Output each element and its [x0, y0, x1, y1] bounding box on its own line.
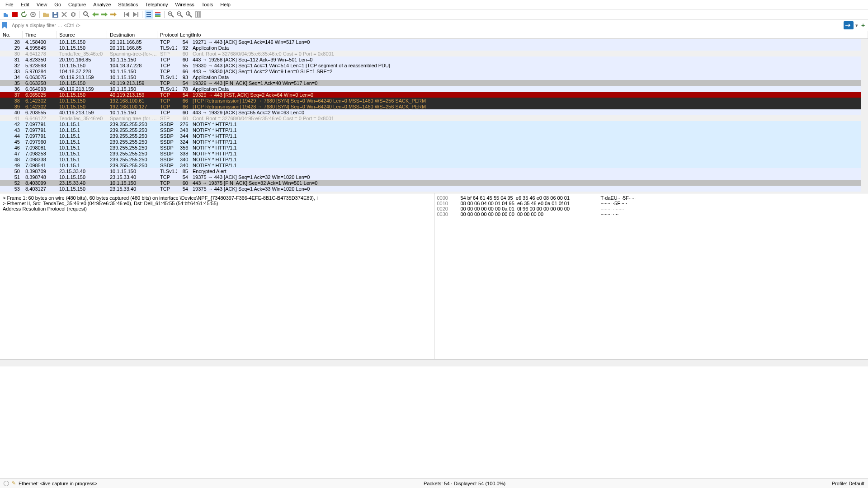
table-row[interactable]: 386.14230210.1.15.150192.168.100.61TCP66… [0, 98, 868, 103]
table-row[interactable]: 366.06499340.119.213.15910.1.15.150TLSv1… [0, 86, 868, 92]
svg-marker-10 [125, 12, 129, 17]
stop-capture-icon[interactable] [11, 10, 19, 19]
table-row[interactable]: 284.15840010.1.15.15020.191.166.85TCP541… [0, 39, 868, 45]
restart-capture-icon[interactable] [20, 10, 28, 19]
filter-bookmark-icon[interactable] [2, 22, 8, 28]
status-profile[interactable]: Profile: Default [832, 481, 864, 486]
packet-list-pane: No. Time Source Destination Protocol Len… [0, 31, 868, 193]
hex-line[interactable]: 001008 00 06 04 00 01 04 95 e6 35 46 e0 … [437, 201, 866, 206]
svg-rect-9 [124, 12, 125, 17]
packet-details-pane[interactable]: > Frame 1: 60 bytes on wire (480 bits), … [0, 193, 434, 359]
table-row[interactable]: 396.14230210.1.15.150192.168.100.127TCP6… [0, 103, 868, 109]
svg-line-28 [189, 15, 192, 17]
table-row[interactable]: 518.39874810.1.15.15023.15.33.40TCP54193… [0, 174, 868, 180]
horizontal-scrollbar[interactable] [0, 359, 868, 366]
table-row[interactable]: 548.651109TendaTec_35:46:e0Spanning-tree… [0, 192, 868, 193]
svg-marker-12 [133, 12, 137, 17]
detail-line[interactable]: > Frame 1: 60 bytes on wire (480 bits), … [3, 195, 431, 201]
packet-bytes-pane[interactable]: 000054 bf 64 61 45 55 04 95 e6 35 46 e0 … [434, 193, 868, 359]
filter-dropdown-arrow[interactable]: ▾ [855, 23, 858, 28]
table-row[interactable]: 335.970284104.18.37.22810.1.15.150TCP664… [0, 68, 868, 74]
find-packet-icon[interactable] [82, 10, 90, 19]
go-last-icon[interactable] [132, 10, 140, 19]
hex-line[interactable]: 002000 00 00 00 00 00 0a 01 0f 96 00 00 … [437, 206, 866, 211]
auto-scroll-icon[interactable] [145, 10, 153, 19]
menu-go[interactable]: Go [51, 1, 65, 8]
table-row[interactable]: 356.06325810.1.15.15040.119.213.159TCP54… [0, 80, 868, 86]
menu-analyze[interactable]: Analyze [90, 1, 114, 8]
zoom-in-icon[interactable] [167, 10, 175, 19]
add-filter-button-icon[interactable]: + [860, 22, 866, 28]
zoom-reset-icon[interactable]: 1 [185, 10, 193, 19]
table-row[interactable]: 467.09808110.1.15.1239.255.255.250SSDP35… [0, 145, 868, 150]
packet-list-scrollbar[interactable] [861, 39, 868, 193]
packet-list-body[interactable]: 284.15840010.1.15.15020.191.166.85TCP541… [0, 39, 868, 193]
resize-columns-icon[interactable] [194, 10, 202, 19]
capture-options-icon[interactable] [29, 10, 37, 19]
table-row[interactable]: 437.09779110.1.15.1239.255.255.250SSDP34… [0, 127, 868, 133]
save-file-icon[interactable] [51, 10, 59, 19]
expert-info-icon[interactable] [4, 481, 9, 486]
table-row[interactable]: 528.40309923.15.33.4010.1.15.150TCP60443… [0, 180, 868, 186]
detail-line[interactable]: > Ethernet II, Src: TendaTec_35:46:e0 (0… [3, 201, 431, 206]
svg-rect-6 [54, 12, 57, 14]
table-row[interactable]: 294.59584510.1.15.15020.191.166.85TLSv1.… [0, 45, 868, 51]
display-filter-input[interactable] [10, 22, 842, 29]
col-time[interactable]: Time [23, 31, 57, 38]
hex-line[interactable]: 000054 bf 64 61 45 55 04 95 e6 35 46 e0 … [437, 195, 866, 201]
svg-rect-17 [155, 14, 160, 15]
table-row[interactable]: 427.09779110.1.15.1239.255.255.250SSDP27… [0, 121, 868, 127]
col-destination[interactable]: Destination [107, 31, 157, 38]
table-row[interactable]: 487.09833810.1.15.1239.255.255.250SSDP34… [0, 156, 868, 162]
table-row[interactable]: 406.20355540.119.213.15910.1.15.150TCP60… [0, 109, 868, 115]
zoom-out-icon[interactable] [176, 10, 184, 19]
svg-point-7 [84, 12, 87, 15]
svg-rect-16 [155, 12, 160, 13]
menu-statistics[interactable]: Statistics [114, 1, 142, 8]
table-row[interactable]: 457.09796010.1.15.1239.255.255.250SSDP32… [0, 139, 868, 145]
display-filter-bar: ▾ + [0, 20, 868, 31]
filter-apply-dropdown[interactable] [844, 21, 854, 29]
hex-line[interactable]: 003000 00 00 00 00 00 00 00 00 00 00 00·… [437, 211, 866, 217]
table-row[interactable]: 325.92359310.1.15.150104.18.37.228TCP551… [0, 62, 868, 68]
packet-list-header[interactable]: No. Time Source Destination Protocol Len… [0, 31, 868, 39]
table-row[interactable]: 497.09854110.1.15.1239.255.255.250SSDP34… [0, 162, 868, 168]
table-row[interactable]: 416.646172TendaTec_35:46:e0Spanning-tree… [0, 115, 868, 121]
go-forward-icon[interactable] [100, 10, 108, 19]
table-row[interactable]: 508.39870923.15.33.4010.1.15.150TLSv1.28… [0, 168, 868, 174]
menu-telephony[interactable]: Telephony [142, 1, 171, 8]
menu-edit[interactable]: Edit [17, 1, 33, 8]
start-capture-icon[interactable] [2, 10, 10, 19]
menu-tools[interactable]: Tools [198, 1, 217, 8]
table-row[interactable]: 376.06502510.1.15.15040.119.213.159TCP54… [0, 92, 868, 98]
colorize-icon[interactable] [154, 10, 162, 19]
svg-rect-15 [146, 16, 151, 17]
go-back-icon[interactable] [91, 10, 99, 19]
table-row[interactable]: 477.09825310.1.15.1239.255.255.250SSDP33… [0, 150, 868, 156]
col-no[interactable]: No. [0, 31, 23, 38]
svg-rect-1 [12, 12, 18, 17]
close-file-icon[interactable] [60, 10, 68, 19]
table-row[interactable]: 538.40312710.1.15.15023.15.33.40TCP54193… [0, 186, 868, 192]
go-to-packet-icon[interactable] [109, 10, 118, 19]
go-first-icon[interactable] [123, 10, 131, 19]
table-row[interactable]: 304.641278TendaTec_35:46:e0Spanning-tree… [0, 51, 868, 56]
col-protocol[interactable]: Protocol [157, 31, 177, 38]
menu-view[interactable]: View [33, 1, 51, 8]
menu-file[interactable]: File [2, 1, 17, 8]
menu-help[interactable]: Help [217, 1, 234, 8]
reload-icon[interactable] [69, 10, 77, 19]
open-file-icon[interactable] [42, 10, 50, 19]
status-interface: Ethernet: <live capture in progress> [19, 481, 97, 486]
col-source[interactable]: Source [57, 31, 107, 38]
table-row[interactable]: 447.09779110.1.15.1239.255.255.250SSDP34… [0, 133, 868, 139]
table-row[interactable]: 346.06307540.119.213.15910.1.15.150TLSv1… [0, 74, 868, 80]
table-row[interactable]: 314.82335020.191.166.8510.1.15.150TCP604… [0, 56, 868, 62]
svg-point-3 [32, 14, 34, 15]
col-length[interactable]: Length [177, 31, 191, 38]
detail-line[interactable]: Address Resolution Protocol (request) [3, 206, 431, 211]
capture-comment-icon[interactable]: ✎ [12, 480, 16, 486]
menu-capture[interactable]: Capture [65, 1, 90, 8]
col-info[interactable]: Info [191, 31, 868, 38]
menu-wireless[interactable]: Wireless [172, 1, 198, 8]
